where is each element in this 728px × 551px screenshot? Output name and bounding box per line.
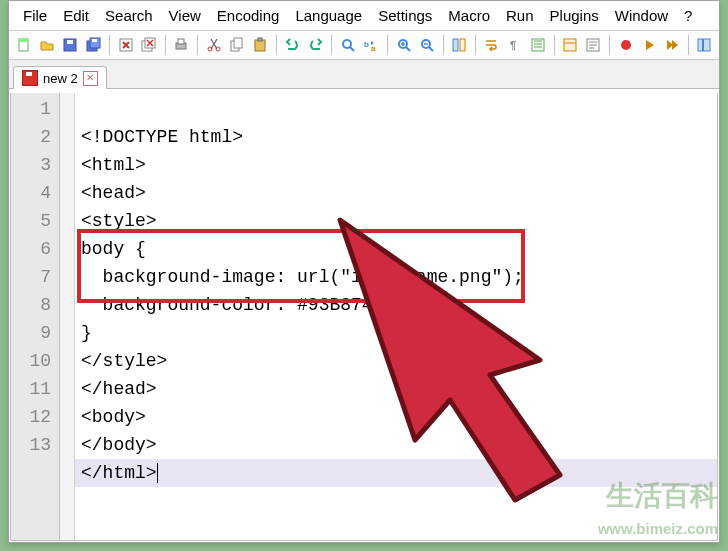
menu-bar: File Edit Search View Encoding Language … <box>9 1 719 31</box>
line-number: 1 <box>17 95 51 123</box>
line-number: 9 <box>17 319 51 347</box>
copy-icon[interactable] <box>226 33 247 57</box>
code-line: <style> <box>81 211 157 231</box>
code-area[interactable]: <!DOCTYPE html> <html> <head> <style> bo… <box>75 93 717 540</box>
svg-point-29 <box>621 40 631 50</box>
toolbar-sep <box>554 35 555 55</box>
toolbar-sep <box>276 35 277 55</box>
cut-icon[interactable] <box>203 33 224 57</box>
open-file-icon[interactable] <box>36 33 57 57</box>
menu-window[interactable]: Window <box>607 5 676 26</box>
print-icon[interactable] <box>171 33 192 57</box>
toolbar-sep <box>688 35 689 55</box>
menu-file[interactable]: File <box>15 5 55 26</box>
line-number: 7 <box>17 263 51 291</box>
unsaved-indicator-icon <box>22 70 38 86</box>
svg-rect-23 <box>453 39 458 51</box>
find-icon[interactable] <box>337 33 358 57</box>
menu-run[interactable]: Run <box>498 5 542 26</box>
toolbar: ba ¶ <box>9 31 719 60</box>
menu-help[interactable]: ? <box>676 5 700 26</box>
toolbar-sep <box>197 35 198 55</box>
menu-macro[interactable]: Macro <box>440 5 498 26</box>
word-wrap-icon[interactable] <box>481 33 502 57</box>
zoom-in-icon[interactable] <box>393 33 414 57</box>
svg-text:b: b <box>364 40 369 49</box>
tab-new-2[interactable]: new 2 ✕ <box>13 66 107 89</box>
svg-rect-27 <box>564 39 576 51</box>
code-line: <html> <box>81 155 146 175</box>
menu-encoding[interactable]: Encoding <box>209 5 288 26</box>
toolbar-sep <box>109 35 110 55</box>
folder-icon[interactable] <box>559 33 580 57</box>
tab-close-icon[interactable]: ✕ <box>83 71 98 86</box>
line-number: 3 <box>17 151 51 179</box>
indent-guide-icon[interactable] <box>527 33 548 57</box>
code-line: </head> <box>81 379 157 399</box>
svg-text:a: a <box>371 44 376 53</box>
line-number: 10 <box>17 347 51 375</box>
new-file-icon[interactable] <box>13 33 34 57</box>
code-line: body { <box>81 239 146 259</box>
toolbar-sep <box>475 35 476 55</box>
tab-strip: new 2 ✕ <box>9 60 719 89</box>
macro-play-multi-icon[interactable] <box>662 33 683 57</box>
close-icon[interactable] <box>115 33 136 57</box>
menu-language[interactable]: Language <box>287 5 370 26</box>
code-line: background-image: url("imagename.png"); <box>81 267 524 287</box>
toolbar-sep <box>387 35 388 55</box>
save-all-icon[interactable] <box>83 33 104 57</box>
code-line: <body> <box>81 407 146 427</box>
svg-rect-1 <box>19 39 28 42</box>
replace-icon[interactable]: ba <box>361 33 382 57</box>
code-line: </style> <box>81 351 167 371</box>
svg-text:¶: ¶ <box>510 39 516 51</box>
menu-search[interactable]: Search <box>97 5 161 26</box>
menu-settings[interactable]: Settings <box>370 5 440 26</box>
line-number: 11 <box>17 375 51 403</box>
svg-rect-3 <box>67 40 73 44</box>
undo-icon[interactable] <box>282 33 303 57</box>
line-number: 4 <box>17 179 51 207</box>
svg-rect-24 <box>460 39 465 51</box>
svg-rect-17 <box>258 38 262 41</box>
redo-icon[interactable] <box>305 33 326 57</box>
toolbar-sep <box>609 35 610 55</box>
line-number: 12 <box>17 403 51 431</box>
zoom-out-icon[interactable] <box>416 33 437 57</box>
line-number-gutter: 1 2 3 4 5 6 7 8 9 10 11 12 13 <box>11 93 60 540</box>
svg-rect-11 <box>178 39 184 44</box>
save-icon[interactable] <box>60 33 81 57</box>
svg-rect-6 <box>92 39 97 42</box>
toggle-icon[interactable] <box>694 33 715 57</box>
line-number: 5 <box>17 207 51 235</box>
paste-icon[interactable] <box>250 33 271 57</box>
code-line: } <box>81 323 92 343</box>
code-line: </html> <box>75 459 717 487</box>
code-line: <head> <box>81 183 146 203</box>
line-number: 2 <box>17 123 51 151</box>
macro-play-icon[interactable] <box>638 33 659 57</box>
menu-plugins[interactable]: Plugins <box>542 5 607 26</box>
toolbar-sep <box>331 35 332 55</box>
app-window: File Edit Search View Encoding Language … <box>8 0 720 543</box>
sync-icon[interactable] <box>448 33 469 57</box>
menu-edit[interactable]: Edit <box>55 5 97 26</box>
show-all-icon[interactable]: ¶ <box>504 33 525 57</box>
code-editor[interactable]: 1 2 3 4 5 6 7 8 9 10 11 12 13 <!DOCTYPE … <box>10 93 718 541</box>
text-caret <box>157 463 158 483</box>
line-number: 8 <box>17 291 51 319</box>
toolbar-sep <box>165 35 166 55</box>
svg-rect-31 <box>702 39 704 51</box>
func-list-icon[interactable] <box>583 33 604 57</box>
close-all-icon[interactable] <box>139 33 160 57</box>
toolbar-sep <box>443 35 444 55</box>
svg-rect-15 <box>234 38 242 48</box>
code-line: </body> <box>81 435 157 455</box>
svg-rect-16 <box>255 40 265 51</box>
macro-rec-icon[interactable] <box>615 33 636 57</box>
menu-view[interactable]: View <box>161 5 209 26</box>
fold-gutter <box>60 93 75 540</box>
code-line: <!DOCTYPE html> <box>81 127 243 147</box>
line-number: 13 <box>17 431 51 459</box>
